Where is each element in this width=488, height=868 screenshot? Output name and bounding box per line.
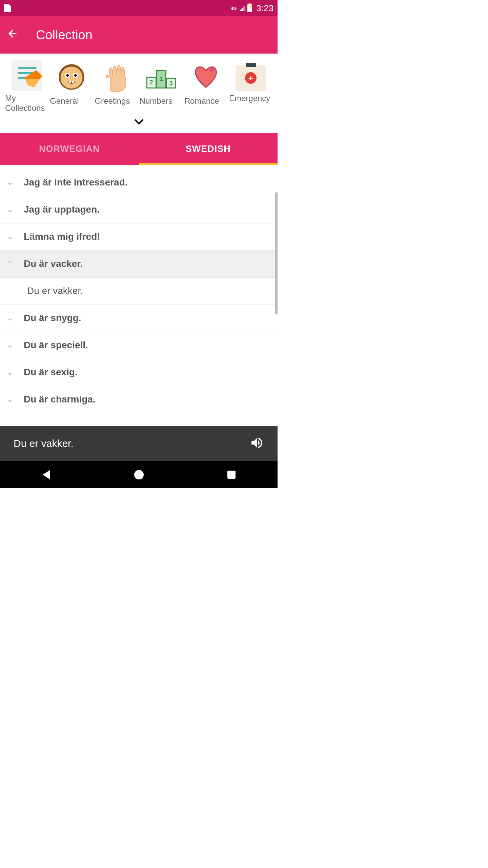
chevron-down-icon: [134, 119, 144, 125]
romance-icon: [189, 60, 223, 94]
nav-back-button[interactable]: [40, 468, 53, 481]
chevron-down-icon: ⌄: [7, 205, 17, 214]
square-recent-icon: [227, 471, 236, 479]
phrase-item[interactable]: ⌄ Jag är inte intresserad.: [0, 169, 278, 196]
phrase-text: Du är charmiga.: [24, 394, 96, 405]
category-romance[interactable]: Romance: [184, 60, 228, 113]
phrase-text: Du är snygg.: [24, 313, 81, 323]
emergency-icon: [236, 65, 266, 91]
category-numbers[interactable]: 2 1 3 Numbers: [140, 60, 183, 113]
signal-icon: [239, 5, 245, 11]
chevron-down-icon: ⌄: [7, 232, 17, 241]
status-left: [4, 4, 11, 12]
chevron-down-icon: ⌄: [7, 368, 17, 377]
chevron-down-icon: ⌄: [7, 178, 17, 187]
nav-recent-button[interactable]: [225, 468, 238, 481]
category-label: Emergency: [229, 94, 270, 103]
phrase-text: Jag är inte intresserad.: [24, 177, 128, 188]
status-right: 4G 3:23: [231, 3, 273, 14]
svg-point-1: [61, 66, 83, 88]
speaker-icon: [250, 436, 264, 450]
back-button[interactable]: [7, 27, 19, 43]
category-label: Greetings: [95, 96, 130, 106]
tab-swedish[interactable]: SWEDISH: [139, 133, 278, 165]
phrase-text: Du är sexig.: [24, 367, 78, 378]
page-title: Collection: [36, 28, 93, 42]
expand-categories-row: [0, 113, 278, 133]
category-general[interactable]: General: [50, 60, 93, 113]
chevron-up-icon: ⌃: [7, 259, 17, 268]
nav-home-button[interactable]: [132, 468, 146, 481]
collections-icon: [12, 60, 42, 91]
category-my-collections[interactable]: My Collections: [5, 60, 48, 113]
tab-norwegian[interactable]: NORWEGIAN: [0, 133, 139, 165]
player-text: Du er vakker.: [14, 438, 74, 449]
phrase-item[interactable]: ⌄ Du är snygg.: [0, 305, 278, 332]
category-emergency[interactable]: Emergency: [229, 60, 272, 113]
chevron-down-icon: ⌄: [7, 395, 17, 404]
battery-icon: [247, 4, 252, 12]
chevron-down-icon: ⌄: [7, 341, 17, 350]
svg-point-5: [74, 74, 77, 77]
category-label: Numbers: [140, 96, 172, 106]
tab-label: NORWEGIAN: [39, 144, 100, 154]
play-audio-button[interactable]: [250, 436, 264, 451]
translation-text: Du er vakker.: [27, 285, 83, 296]
sd-card-icon: [4, 4, 11, 12]
category-label: My Collections: [5, 94, 48, 113]
svg-rect-6: [69, 81, 71, 83]
numbers-icon: 2 1 3: [145, 60, 178, 94]
phrase-item[interactable]: ⌄ Du är sexig.: [0, 359, 278, 386]
phrase-item[interactable]: ⌄ Jag är upptagen.: [0, 196, 278, 223]
status-bar: 4G 3:23: [0, 0, 278, 16]
system-nav-bar: [0, 461, 278, 488]
category-label: Romance: [184, 96, 219, 106]
category-label: General: [50, 96, 79, 106]
arrow-left-icon: [7, 27, 19, 40]
svg-rect-7: [72, 81, 74, 83]
network-type: 4G: [231, 6, 237, 11]
app-bar: Collection: [0, 16, 278, 54]
phrase-text: Lämna mig ifred!: [24, 231, 100, 242]
triangle-back-icon: [43, 470, 50, 479]
greetings-icon: [100, 60, 133, 94]
phrase-item[interactable]: ⌄ Lämna mig ifred!: [0, 223, 278, 251]
circle-home-icon: [134, 470, 144, 479]
svg-point-3: [66, 74, 69, 77]
clock: 3:23: [256, 3, 273, 14]
phrase-text: Du är speciell.: [24, 340, 88, 351]
expand-categories-button[interactable]: [134, 117, 144, 127]
translation-item[interactable]: Du er vakker.: [0, 278, 278, 305]
phrase-text: Du är vacker.: [24, 258, 83, 269]
general-icon: [55, 60, 88, 94]
category-greetings[interactable]: Greetings: [95, 60, 138, 113]
chevron-down-icon: ⌄: [7, 314, 17, 322]
phrase-item[interactable]: ⌄ Du är charmiga.: [0, 386, 278, 413]
phrase-text: Jag är upptagen.: [24, 204, 100, 215]
phrase-list[interactable]: ⌄ Jag är inte intresserad. ⌄ Jag är uppt…: [0, 165, 278, 413]
scrollbar[interactable]: [275, 192, 278, 314]
phrase-item-expanded[interactable]: ⌃ Du är vacker.: [0, 251, 278, 278]
language-tabs: NORWEGIAN SWEDISH: [0, 133, 278, 165]
phrase-item[interactable]: ⌄ Du är speciell.: [0, 332, 278, 359]
tab-label: SWEDISH: [186, 144, 231, 154]
audio-player-bar: Du er vakker.: [0, 426, 278, 461]
category-row: My Collections General Greetings: [0, 54, 278, 113]
